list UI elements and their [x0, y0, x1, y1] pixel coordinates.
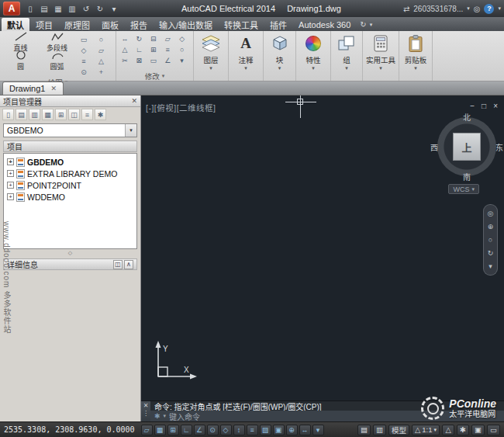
circle-button[interactable]: 圆: [2, 51, 39, 70]
quick-view-icon[interactable]: ▤: [357, 425, 371, 435]
restore-icon[interactable]: □: [482, 102, 486, 110]
application-menu-button[interactable]: A: [3, 2, 20, 16]
modify-tool-icon[interactable]: ○: [177, 44, 188, 54]
tab-plugins[interactable]: 插件: [264, 18, 292, 31]
compass-north[interactable]: 北: [463, 111, 471, 123]
tab-schematic[interactable]: 原理图: [59, 18, 95, 31]
close-icon[interactable]: ✕: [143, 402, 149, 409]
compass-east[interactable]: 东: [495, 141, 503, 153]
details-panel-button[interactable]: ◫: [113, 260, 123, 269]
expand-icon[interactable]: +: [7, 182, 14, 189]
modify-panel-label[interactable]: 修改 ▾: [116, 71, 193, 81]
status-toggle[interactable]: ⊙: [207, 425, 219, 435]
compass-west[interactable]: 西: [430, 141, 438, 153]
draw-tool-icon[interactable]: ⊙: [78, 67, 89, 77]
nav-tool-icon[interactable]: ↻: [488, 249, 494, 257]
block-button[interactable]: 块 ▾: [264, 33, 295, 81]
quick-view-icon[interactable]: ▥: [373, 425, 386, 435]
qat-icon[interactable]: ▥: [67, 4, 78, 14]
ribbon-options-caret[interactable]: ▾: [370, 23, 373, 27]
details-section-header[interactable]: 详细信息 ◫ ∧: [3, 258, 137, 270]
communication-center-icon[interactable]: ◎: [474, 5, 481, 13]
command-tools-icon[interactable]: ✱: [154, 412, 161, 420]
close-icon[interactable]: ✕: [131, 97, 137, 105]
modify-tool-icon[interactable]: ↔: [119, 33, 130, 43]
drawing-canvas[interactable]: [-][俯视][二维线框] − □ × 北 南 西 东 上 WCS ▾ ◎⊕○↻…: [141, 95, 504, 401]
view-cube[interactable]: 北 南 西 东 上: [433, 113, 501, 181]
expand-icon[interactable]: +: [7, 193, 14, 200]
viewport-controls[interactable]: [-][俯视][二维线框]: [146, 102, 216, 113]
wcs-button[interactable]: WCS ▾: [448, 184, 479, 194]
tab-import-export[interactable]: 输入/输出数据: [154, 18, 218, 31]
status-toggle[interactable]: ↕: [233, 425, 245, 435]
tab-reports[interactable]: 报告: [125, 18, 153, 31]
project-toolbar-icon[interactable]: ▤: [16, 109, 27, 120]
line-button[interactable]: 直线: [2, 33, 39, 51]
modify-tool-icon[interactable]: ◇: [177, 33, 188, 43]
project-toolbar-icon[interactable]: ▥: [29, 109, 40, 120]
status-toggle[interactable]: ▾: [312, 425, 324, 435]
model-space-button[interactable]: 模型: [388, 425, 409, 435]
clipboard-button[interactable]: 剪贴板 ▾: [399, 33, 432, 81]
project-toolbar-icon[interactable]: ✱: [95, 109, 106, 120]
qat-icon[interactable]: ▯: [25, 4, 36, 14]
tree-item-wddemo[interactable]: + WDDEMO: [5, 191, 135, 203]
modify-tool-icon[interactable]: ⊟: [148, 33, 159, 43]
draw-tool-icon[interactable]: +: [96, 67, 107, 77]
status-toggle[interactable]: ⊕: [286, 425, 298, 435]
sync-icon[interactable]: ↻: [360, 20, 366, 29]
modify-tool-icon[interactable]: ∟: [133, 44, 144, 54]
nav-tool-icon[interactable]: ○: [488, 236, 492, 244]
nav-tool-icon[interactable]: ◎: [488, 210, 494, 217]
draw-tool-icon[interactable]: ▭: [78, 34, 89, 44]
status-toggle[interactable]: ▱: [141, 425, 153, 435]
annotation-scale-button[interactable]: △ 1:1 ▾: [412, 425, 440, 435]
details-collapse-button[interactable]: ∧: [124, 260, 133, 269]
status-tool-icon[interactable]: △: [442, 425, 454, 435]
tab-autodesk-360[interactable]: Autodesk 360: [293, 18, 356, 31]
modify-tool-icon[interactable]: ✂: [119, 55, 130, 65]
status-toggle[interactable]: ∠: [194, 425, 205, 435]
draw-tool-icon[interactable]: ○: [96, 34, 107, 44]
status-tool-icon[interactable]: ✱: [457, 425, 469, 435]
project-select[interactable]: GBDEMO ▾: [3, 123, 137, 137]
status-toggle[interactable]: ∟: [181, 425, 192, 435]
palette-header[interactable]: 项目管理器 ✕: [0, 95, 140, 107]
expand-icon[interactable]: +: [7, 158, 14, 165]
properties-button[interactable]: 特性 ▾: [296, 33, 330, 81]
compass-south[interactable]: 南: [463, 171, 471, 182]
tab-conversion-tools[interactable]: 转换工具: [219, 18, 264, 31]
arc-button[interactable]: 圆弧: [39, 51, 75, 70]
signin-user[interactable]: 2603531678...: [413, 5, 463, 13]
status-tool-icon[interactable]: ▭: [487, 425, 500, 435]
chevron-down-icon[interactable]: ▾: [498, 6, 501, 11]
status-toggle[interactable]: ◇: [220, 425, 232, 435]
tab-panel[interactable]: 面板: [96, 18, 124, 31]
qat-icon[interactable]: ▾: [109, 4, 119, 14]
status-toggle[interactable]: ≡: [247, 425, 258, 435]
qat-icon[interactable]: ▤: [39, 4, 50, 14]
modify-tool-icon[interactable]: ▭: [148, 55, 159, 65]
tab-home[interactable]: 默认: [2, 18, 29, 31]
projects-section-header[interactable]: 项目: [3, 140, 137, 152]
qat-icon[interactable]: ↻: [95, 4, 105, 14]
project-toolbar-icon[interactable]: ▯: [2, 109, 14, 120]
annotation-button[interactable]: A 注释 ▾: [229, 33, 263, 81]
palette-splitter[interactable]: ◇: [0, 249, 140, 257]
coordinates-readout[interactable]: 2535.3308, 2308.9630, 0.0000: [4, 425, 135, 434]
modify-tool-icon[interactable]: ∠: [162, 55, 173, 65]
command-window-grip[interactable]: ✕ ⋮: [141, 401, 150, 421]
modify-tool-icon[interactable]: △: [119, 44, 130, 54]
modify-tool-icon[interactable]: ⊞: [148, 44, 159, 54]
draw-tool-icon[interactable]: ◇: [78, 45, 89, 55]
nav-tool-icon[interactable]: ▾: [488, 262, 492, 270]
modify-tool-icon[interactable]: ▾: [177, 55, 188, 65]
modify-tool-icon[interactable]: ↻: [133, 33, 144, 43]
tree-item-gbdemo[interactable]: + GBDEMO: [5, 156, 135, 168]
tree-item-extra-library-demo[interactable]: + EXTRA LIBRARY DEMO: [5, 168, 135, 179]
qat-icon[interactable]: ↺: [81, 4, 91, 14]
project-toolbar-icon[interactable]: ≡: [81, 109, 93, 120]
layers-button[interactable]: 图层 ▾: [194, 33, 228, 81]
chevron-down-icon[interactable]: ▾: [164, 414, 167, 418]
minimize-icon[interactable]: −: [470, 102, 475, 110]
